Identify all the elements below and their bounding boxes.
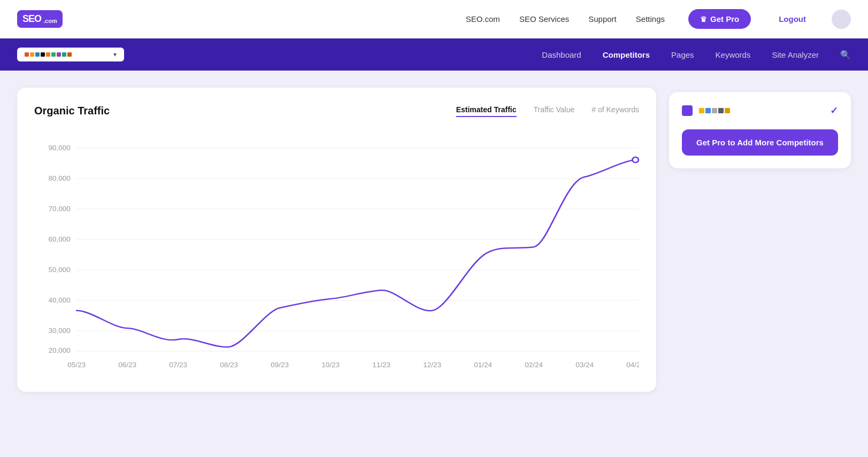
top-nav: SEO .com SEO.com SEO Services Support Se… [0,0,868,38]
search-icon[interactable]: 🔍 [840,50,851,60]
chart-area: 90,000 80,000 70,000 60,000 50,000 40,00… [34,132,639,375]
right-panel: ✓ Get Pro to Add More Competitors [669,88,851,168]
favicon-block-1 [25,52,29,57]
logo-box: SEO .com [17,10,63,28]
svg-text:01/24: 01/24 [474,361,492,369]
favicon-block-6 [51,52,56,57]
avatar [832,10,851,29]
favicon-block-7 [57,52,61,57]
seo-services-link[interactable]: SEO Services [519,14,569,24]
site-selector[interactable]: ▾ [17,48,124,61]
favicon-block-2 [30,52,34,57]
keywords-link[interactable]: Keywords [716,50,751,59]
logo-seo-text: SEO [22,13,41,25]
competitor-color-box [682,105,693,116]
competitors-link[interactable]: Competitors [603,50,650,59]
logo[interactable]: SEO .com [17,10,63,28]
competitors-card: ✓ Get Pro to Add More Competitors [669,92,851,168]
list-item: ✓ [682,105,838,117]
svg-point-28 [633,157,639,162]
svg-text:50,000: 50,000 [48,266,70,274]
sub-nav-links: Dashboard Competitors Pages Keywords Sit… [542,50,851,60]
svg-text:20,000: 20,000 [48,347,70,354]
seo-com-link[interactable]: SEO.com [466,14,500,24]
favicon-block-9 [67,52,72,57]
svg-text:30,000: 30,000 [48,327,70,335]
chart-header: Organic Traffic Estimated Traffic Traffi… [34,105,639,117]
chart-card: Organic Traffic Estimated Traffic Traffi… [17,88,656,392]
svg-text:07/23: 07/23 [169,361,187,369]
svg-text:09/23: 09/23 [271,361,289,369]
top-nav-links: SEO.com SEO Services Support Settings ♛ … [466,9,851,29]
site-analyzer-link[interactable]: Site Analyzer [772,50,819,59]
site-favicon-row [25,52,72,57]
svg-text:04/24: 04/24 [626,361,639,369]
check-icon: ✓ [830,105,838,117]
favicon-block-8 [62,52,66,57]
chart-tabs: Estimated Traffic Traffic Value # of Key… [456,105,639,117]
support-link[interactable]: Support [588,14,617,24]
logo-com-text: .com [43,18,57,24]
competitor-fav-5 [725,108,730,113]
svg-text:03/24: 03/24 [575,361,594,369]
svg-text:40,000: 40,000 [48,297,70,304]
favicon-block-3 [35,52,40,57]
logout-link[interactable]: Logout [779,14,806,24]
sub-nav: ▾ Dashboard Competitors Pages Keywords S… [0,38,868,71]
svg-text:08/23: 08/23 [220,361,238,369]
main-content: Organic Traffic Estimated Traffic Traffi… [0,71,868,409]
svg-text:05/23: 05/23 [67,361,86,369]
competitor-fav-2 [705,108,711,113]
competitor-favicons [699,108,824,113]
svg-text:02/24: 02/24 [525,361,543,369]
dashboard-link[interactable]: Dashboard [542,50,581,59]
svg-text:11/23: 11/23 [372,361,390,369]
pages-link[interactable]: Pages [671,50,694,59]
svg-text:06/23: 06/23 [118,361,136,369]
tab-estimated-traffic[interactable]: Estimated Traffic [456,105,517,117]
svg-text:90,000: 90,000 [48,144,70,152]
get-pro-button[interactable]: ♛ Get Pro [688,9,751,29]
tab-keywords[interactable]: # of Keywords [592,105,639,117]
svg-text:60,000: 60,000 [48,236,70,243]
competitor-fav-4 [718,108,724,113]
favicon-block-5 [46,52,50,57]
chart-title: Organic Traffic [34,105,110,117]
get-pro-competitors-button[interactable]: Get Pro to Add More Competitors [682,129,838,156]
competitor-fav-3 [712,108,717,113]
svg-text:12/23: 12/23 [423,361,441,369]
tab-traffic-value[interactable]: Traffic Value [534,105,575,117]
svg-text:70,000: 70,000 [48,205,70,213]
svg-text:10/23: 10/23 [321,361,340,369]
settings-link[interactable]: Settings [636,14,665,24]
chevron-down-icon: ▾ [113,51,117,58]
svg-text:80,000: 80,000 [48,175,70,182]
crown-icon: ♛ [700,15,707,24]
competitor-fav-1 [699,108,704,113]
favicon-block-4 [41,52,45,57]
